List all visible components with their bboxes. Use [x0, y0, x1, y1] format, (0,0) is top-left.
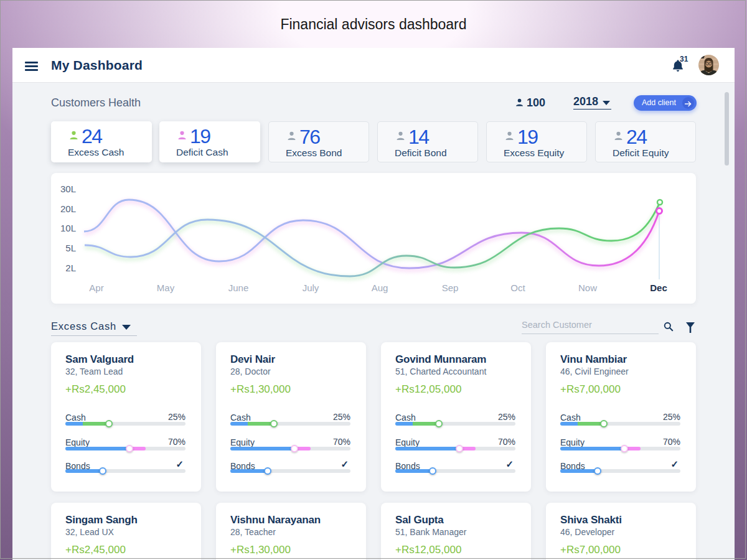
svg-text:May: May [157, 282, 175, 293]
svg-text:20L: 20L [60, 203, 76, 214]
svg-text:30L: 30L [60, 184, 76, 194]
svg-text:Aug: Aug [372, 282, 388, 293]
svg-text:Dec: Dec [650, 282, 667, 293]
svg-text:June: June [228, 282, 249, 293]
svg-text:5L: 5L [65, 243, 76, 253]
svg-text:Now: Now [578, 282, 597, 293]
svg-text:10L: 10L [60, 223, 76, 233]
svg-text:Apr: Apr [89, 282, 103, 293]
svg-text:2L: 2L [65, 263, 76, 273]
svg-text:Oct: Oct [510, 282, 525, 293]
svg-text:Sep: Sep [442, 282, 459, 293]
svg-text:July: July [303, 282, 319, 293]
